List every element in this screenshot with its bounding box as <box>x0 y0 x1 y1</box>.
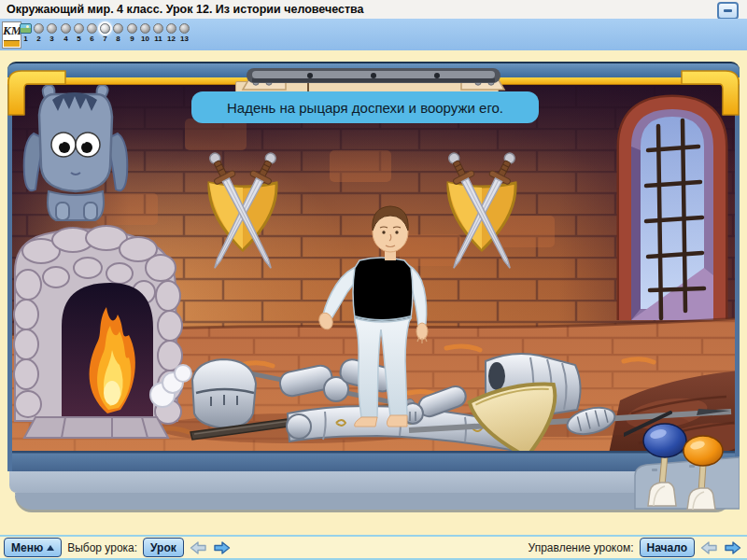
lever-controls <box>624 392 740 518</box>
minimize-icon <box>724 9 732 12</box>
control-next-arrow[interactable] <box>724 541 741 554</box>
slide-toolbar: КМ 1 2 3 4 5 6 7 8 9 10 11 12 13 <box>0 19 747 50</box>
slide-dot-icon <box>127 23 137 34</box>
slide-button-10[interactable]: 10 <box>138 23 152 43</box>
gold-corner-left <box>6 66 67 117</box>
slide-buttons: 1 2 3 4 5 6 7 8 9 10 11 12 13 <box>19 23 201 48</box>
slide-dot-icon <box>34 23 44 34</box>
menu-button[interactable]: Меню <box>4 538 62 557</box>
slide-button-3[interactable]: 3 <box>45 23 59 43</box>
slide-button-13[interactable]: 13 <box>177 23 191 43</box>
slide-dot-icon <box>113 23 123 34</box>
lesson-select-label: Выбор урока: <box>67 541 137 554</box>
slide-button-7[interactable]: 7 <box>98 23 112 43</box>
window-title: Окружающий мир. 4 класс. Урок 12. Из ист… <box>7 0 364 19</box>
logo-band <box>4 40 20 47</box>
slide-thumbnail-icon <box>20 23 32 34</box>
control-prev-arrow[interactable] <box>700 541 718 554</box>
slide-dot-icon <box>61 23 71 34</box>
slide-button-4[interactable]: 4 <box>59 23 73 43</box>
slide-dot-icon <box>140 23 150 34</box>
slide-dot-icon <box>179 23 190 34</box>
slide-button-12[interactable]: 12 <box>164 23 178 43</box>
slide-button-5[interactable]: 5 <box>72 23 86 43</box>
bottom-control-bar: Меню Выбор урока: Урок Управление уроком… <box>0 535 747 560</box>
minimize-button[interactable] <box>717 2 739 20</box>
title-bar: Окружающий мир. 4 класс. Урок 12. Из ист… <box>0 0 747 19</box>
lesson-prev-arrow[interactable] <box>190 541 207 554</box>
slide-button-11[interactable]: 11 <box>151 23 165 43</box>
hanging-rail <box>239 67 508 91</box>
slide-dot-icon-active <box>100 23 110 34</box>
frame-left-edge <box>7 85 12 471</box>
slide-dot-icon <box>74 23 84 34</box>
slide-dot-icon <box>47 23 57 34</box>
instruction-text: Надень на рыцаря доспехи и вооружи его. <box>227 100 503 116</box>
lesson-control-label: Управление уроком: <box>529 541 634 554</box>
lesson-control-button[interactable]: Начало <box>640 538 695 557</box>
lesson-button[interactable]: Урок <box>143 538 184 557</box>
slide-button-9[interactable]: 9 <box>125 23 139 43</box>
instruction-bubble: Надень на рыцаря доспехи и вооружи его. <box>191 91 539 123</box>
slide-dot-icon <box>153 23 163 34</box>
knight-helmet[interactable] <box>192 359 256 428</box>
barred-window <box>626 104 719 320</box>
lesson-next-arrow[interactable] <box>213 541 231 554</box>
application-window: Окружающий мир. 4 класс. Урок 12. Из ист… <box>0 0 747 560</box>
slide-button-2[interactable]: 2 <box>32 23 46 43</box>
slide-button-8[interactable]: 8 <box>111 23 125 43</box>
slide-button-6[interactable]: 6 <box>85 23 99 43</box>
slide-button-1[interactable]: 1 <box>19 23 33 43</box>
slide-dot-icon <box>87 23 97 34</box>
menu-up-arrow-icon <box>47 545 54 551</box>
gold-corner-right <box>680 66 741 117</box>
lesson-stage-frame: Надень на рыцаря доспехи и вооружи его. <box>7 60 740 511</box>
slide-dot-icon <box>166 23 176 34</box>
